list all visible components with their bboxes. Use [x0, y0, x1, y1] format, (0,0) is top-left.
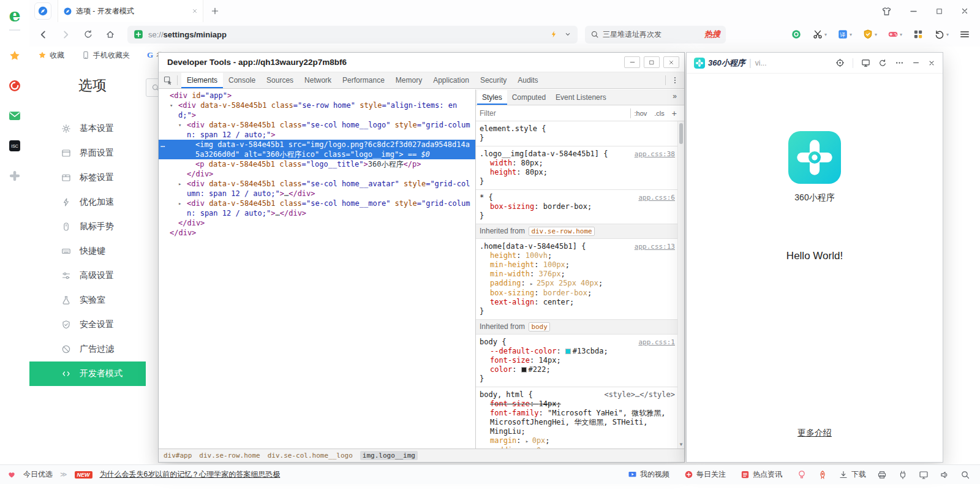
refresh-icon[interactable]	[83, 29, 93, 39]
miniapp-more-icon[interactable]	[895, 58, 904, 67]
sidebar-item[interactable]: 标签设置	[29, 165, 146, 190]
reopen-closed-button[interactable]: ▾	[934, 29, 949, 40]
hot-search-brand[interactable]: 热搜	[704, 29, 720, 40]
tabs-overflow-icon[interactable]: »	[673, 92, 683, 100]
expand-arrow-icon[interactable]: ▾	[170, 100, 173, 110]
devtools-tab-sources[interactable]: Sources	[261, 73, 299, 88]
new-style-rule-button[interactable]: +	[668, 108, 680, 118]
miniapp-minimize-icon[interactable]	[912, 59, 920, 67]
mail-icon[interactable]	[8, 109, 21, 123]
security-button[interactable]: ▾	[862, 29, 877, 40]
css-property[interactable]: padding: ▸ 25px 25px 40px;	[480, 279, 675, 289]
css-selector[interactable]: .logo__img[data-v-584e45b1]	[480, 149, 599, 158]
sidebar-item[interactable]: 广告过滤	[29, 337, 146, 361]
devtools-tab-performance[interactable]: Performance	[337, 73, 390, 88]
browser-360-icon[interactable]	[8, 79, 21, 93]
devtools-tab-network[interactable]: Network	[299, 73, 337, 88]
back-icon[interactable]	[38, 29, 48, 40]
toggle-hover-button[interactable]: :hov	[631, 110, 651, 117]
color-swatch[interactable]	[565, 349, 571, 354]
collapse-arrow-icon[interactable]: ▸	[178, 199, 181, 208]
games-button[interactable]: ▾	[888, 29, 902, 40]
balloon-icon[interactable]	[797, 470, 807, 480]
download-icon[interactable]	[839, 470, 848, 480]
toggle-class-button[interactable]: .cls	[650, 110, 668, 117]
maximize-icon[interactable]	[935, 7, 943, 15]
dropdown-caret-icon[interactable]: ▾	[824, 32, 827, 37]
dom-node[interactable]: …<img data-v-584e45b1 src="img/logo.png?…	[159, 140, 475, 159]
css-selector[interactable]: body	[480, 338, 497, 346]
css-property[interactable]: color: #222;	[480, 365, 675, 374]
cast-screen-icon[interactable]	[861, 58, 870, 67]
breadcrumb-item[interactable]: div#app	[164, 452, 192, 460]
devtools-titlebar[interactable]: Developer Tools - app://qh13waury22p7m8b…	[159, 53, 684, 72]
css-property[interactable]: --default-color: #13cbda;	[480, 347, 675, 356]
stylesheet-link[interactable]: <style>…</style>	[604, 390, 675, 399]
browser-tab[interactable]: 选项 - 开发者模式	[58, 0, 203, 22]
sidebar-item[interactable]: 开发者模式	[29, 361, 146, 386]
usb-icon[interactable]	[898, 470, 908, 480]
minimize-icon[interactable]	[909, 7, 918, 16]
sidebar-item[interactable]: 高级设置	[29, 263, 146, 288]
dom-node[interactable]: <p data-v-584e45b1 class="logo__title">3…	[159, 159, 475, 169]
css-property[interactable]: width: 80px;	[480, 159, 675, 168]
expand-value-icon[interactable]: ▸	[530, 281, 537, 287]
browser-logo[interactable]: e	[9, 6, 20, 25]
screenshot-tool-button[interactable]: ▾	[812, 29, 827, 40]
sidebar-item[interactable]: 优化加速	[29, 190, 146, 214]
search-box[interactable]: 三星堆遗址再次发 热搜	[585, 26, 726, 44]
scrollbar-down-icon[interactable]: ▼	[678, 442, 684, 447]
css-property[interactable]: min-height: 100px;	[480, 260, 675, 270]
devtools-tab-application[interactable]: Application	[428, 73, 475, 88]
collapse-arrow-icon[interactable]: ▸	[178, 179, 181, 189]
css-selector[interactable]: .home[data-v-584e45b1]	[480, 242, 577, 251]
dom-node[interactable]: </div>	[159, 228, 475, 238]
apps-grid-button[interactable]	[913, 29, 924, 40]
collapse-chevrons-icon[interactable]: ≫	[60, 471, 67, 479]
css-selector[interactable]: body, html	[480, 390, 524, 399]
expand-arrow-icon[interactable]: ▾	[178, 120, 181, 130]
live-button[interactable]	[791, 29, 802, 40]
translate-button[interactable]: 译▾	[837, 29, 852, 40]
sidebar-item[interactable]: 安全设置	[29, 312, 146, 337]
printer-icon[interactable]	[877, 470, 887, 480]
css-property[interactable]: box-sizing: border-box;	[480, 289, 675, 298]
isc-icon[interactable]: ISC	[8, 139, 21, 153]
speed-mode-icon[interactable]	[549, 30, 558, 39]
css-property[interactable]: height: 100vh;	[480, 251, 675, 260]
bottombar-item[interactable]: 热点资讯	[741, 469, 782, 480]
devtools-minimize-icon[interactable]	[624, 56, 640, 68]
sidebar-item[interactable]: 实验室	[29, 288, 146, 312]
new-tab-icon[interactable]	[211, 7, 219, 15]
speaker-icon[interactable]	[940, 470, 949, 480]
bookmark-item[interactable]: 手机收藏夹	[81, 50, 130, 61]
styles-tab-event-listeners[interactable]: Event Listeners	[551, 90, 611, 105]
stylesheet-link[interactable]: app.css:1	[638, 338, 675, 347]
miniapp-refresh-icon[interactable]	[878, 59, 887, 67]
breadcrumb-item[interactable]: div.se-row.home	[199, 452, 260, 460]
dropdown-caret-icon[interactable]: ▾	[850, 32, 852, 37]
dom-node[interactable]: </div>	[159, 169, 475, 179]
address-dropdown-icon[interactable]	[564, 31, 571, 38]
inspect-element-icon[interactable]	[159, 76, 177, 85]
favorites-star-icon[interactable]	[8, 49, 21, 62]
css-property[interactable]: text-align: center;	[480, 298, 675, 307]
dom-node[interactable]: </div>	[159, 218, 475, 228]
search-icon[interactable]	[960, 470, 970, 480]
breadcrumb-item[interactable]: div.se-col.home__logo	[268, 452, 353, 460]
css-selector[interactable]: element.style	[480, 124, 537, 133]
address-bar[interactable]: se://settings/miniapp	[127, 26, 578, 44]
stylesheet-link[interactable]: app.css:6	[638, 193, 675, 202]
css-property[interactable]: min-width: 376px;	[480, 270, 675, 279]
dom-node[interactable]: <div id="app">	[159, 91, 475, 100]
more-intro-link[interactable]: 更多介绍	[687, 428, 943, 439]
headline-link[interactable]: 为什么会丢失6岁以前的记忆？心理学家的答案细思恐极	[100, 469, 281, 480]
dropdown-caret-icon[interactable]: ▾	[900, 32, 902, 37]
devtools-maximize-icon[interactable]	[644, 56, 660, 68]
devtools-tab-console[interactable]: Console	[223, 73, 261, 88]
inherited-node-link[interactable]: div.se-row.home	[529, 227, 594, 236]
styles-scrollbar[interactable]: ▼	[677, 121, 684, 448]
pinned-app-button[interactable]	[34, 2, 51, 20]
devtools-tab-elements[interactable]: Elements	[181, 73, 223, 88]
dom-node[interactable]: ▸<div data-v-584e45b1 class="se-col home…	[159, 199, 475, 218]
